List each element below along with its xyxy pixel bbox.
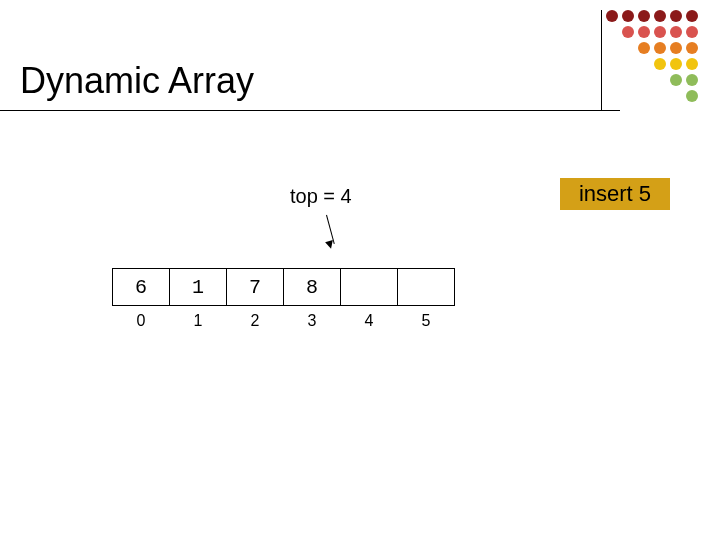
array-cell (397, 268, 455, 306)
dot-icon (638, 26, 650, 38)
dot-icon (638, 10, 650, 22)
dot-icon (622, 26, 634, 38)
insert-operation-box: insert 5 (560, 178, 670, 210)
dot-icon (670, 26, 682, 38)
dot-icon (622, 10, 634, 22)
array-index: 3 (283, 312, 341, 330)
dot-icon (686, 58, 698, 70)
dot-icon (686, 74, 698, 86)
array-index: 4 (340, 312, 398, 330)
top-pointer-label: top = 4 (290, 185, 352, 208)
dot-icon (654, 26, 666, 38)
dot-icon (654, 10, 666, 22)
array-cell: 6 (112, 268, 170, 306)
title-underline (0, 110, 620, 111)
dot-icon (670, 74, 682, 86)
corner-dots-decoration (606, 10, 700, 104)
dot-icon (686, 10, 698, 22)
array-cell: 1 (169, 268, 227, 306)
dot-icon (670, 10, 682, 22)
array-index: 5 (397, 312, 455, 330)
array-cells: 6178 (112, 268, 455, 306)
dot-icon (638, 42, 650, 54)
dot-icon (670, 42, 682, 54)
top-pointer-arrow (326, 215, 327, 245)
slide-title: Dynamic Array (20, 60, 254, 102)
array-cell: 8 (283, 268, 341, 306)
array-indices: 012345 (112, 312, 455, 330)
dot-icon (670, 58, 682, 70)
array-index: 2 (226, 312, 284, 330)
array-cell (340, 268, 398, 306)
dot-icon (686, 42, 698, 54)
dot-icon (606, 10, 618, 22)
dot-icon (686, 90, 698, 102)
dot-icon (654, 42, 666, 54)
dot-icon (686, 26, 698, 38)
vertical-divider (601, 10, 602, 110)
dot-icon (654, 58, 666, 70)
array-index: 1 (169, 312, 227, 330)
array-cell: 7 (226, 268, 284, 306)
array-index: 0 (112, 312, 170, 330)
